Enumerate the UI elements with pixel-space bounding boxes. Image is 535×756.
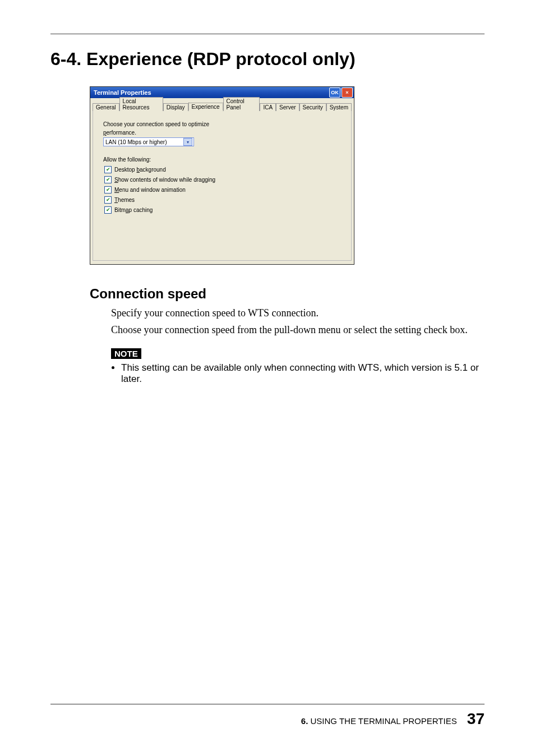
section-title: 6-4. Experience (RDP protocol only) [50, 49, 485, 70]
note-list: This setting can be available only when … [111, 362, 485, 385]
page: 6-4. Experience (RDP protocol only) Term… [0, 0, 535, 756]
tabs: General Local Resources Display Experien… [90, 98, 354, 110]
checkbox-icon: ✔ [104, 206, 112, 214]
tab-ica[interactable]: ICA [260, 103, 276, 111]
terminal-properties-dialog: Terminal Properties OK × General Local R… [90, 86, 354, 265]
check-themes[interactable]: ✔ Themes [104, 196, 341, 204]
speed-label-line2: performance. [103, 130, 341, 137]
checkbox-label: Menu and window animation [114, 187, 186, 193]
titlebar: Terminal Properties OK × [90, 87, 354, 98]
tab-local-resources[interactable]: Local Resources [119, 97, 163, 111]
check-desktop-background[interactable]: ✔ Desktop background [104, 166, 341, 173]
checkbox-label: Themes [114, 197, 135, 203]
allow-label: Allow the following: [103, 156, 341, 163]
tab-system[interactable]: System [326, 103, 352, 111]
note-item: This setting can be available only when … [121, 362, 485, 385]
note-badge: NOTE [111, 348, 141, 359]
tab-security[interactable]: Security [299, 103, 326, 111]
close-icon: × [345, 90, 348, 95]
footer-text: 6. USING THE TERMINAL PROPERTIES 37 [50, 710, 485, 728]
ok-button[interactable]: OK [329, 87, 340, 98]
tab-experience[interactable]: Experience [188, 103, 223, 111]
speed-label-line1: Choose your connection speed to optimize [103, 121, 341, 128]
tab-panel-experience: Choose your connection speed to optimize… [93, 110, 352, 261]
footer-rule [50, 704, 485, 704]
body-text-2: Choose your connection speed from the pu… [111, 323, 485, 336]
checkbox-label: Desktop background [114, 167, 166, 173]
tab-general[interactable]: General [93, 103, 119, 111]
checkbox-label: Show contents of window while dragging [114, 177, 215, 183]
checkbox-icon: ✔ [104, 196, 112, 204]
chevron-down-icon: ▾ [183, 138, 192, 146]
screenshot: Terminal Properties OK × General Local R… [50, 86, 485, 265]
checkbox-icon: ✔ [104, 176, 112, 183]
top-rule [50, 34, 485, 34]
page-footer: 6. USING THE TERMINAL PROPERTIES 37 [50, 704, 485, 728]
check-bitmap-caching[interactable]: ✔ Bitmap caching [104, 206, 341, 214]
checkbox-icon: ✔ [104, 166, 112, 173]
check-menu-animation[interactable]: ✔ Menu and window animation [104, 186, 341, 193]
dialog-title: Terminal Properties [94, 89, 328, 96]
checkbox-icon: ✔ [104, 186, 112, 193]
page-number: 37 [467, 710, 485, 727]
close-button[interactable]: × [342, 87, 353, 98]
chapter-number: 6. [301, 716, 308, 726]
connection-speed-select[interactable]: LAN (10 Mbps or higher) ▾ [103, 137, 194, 146]
tab-display[interactable]: Display [163, 103, 188, 111]
tab-control-panel[interactable]: Control Panel [223, 97, 260, 111]
connection-speed-value: LAN (10 Mbps or higher) [105, 139, 167, 145]
checkbox-label: Bitmap caching [114, 207, 153, 213]
body-text-1: Specify your connection speed to WTS con… [111, 306, 485, 320]
chapter-title: USING THE TERMINAL PROPERTIES [308, 716, 456, 726]
check-show-contents[interactable]: ✔ Show contents of window while dragging [104, 176, 341, 183]
subsection-title: Connection speed [90, 286, 485, 302]
tab-server[interactable]: Server [276, 103, 299, 111]
